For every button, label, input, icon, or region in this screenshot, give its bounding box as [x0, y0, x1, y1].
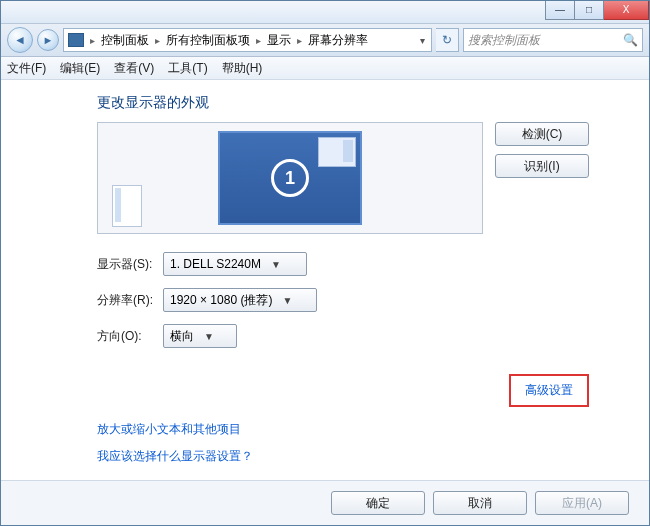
window-buttons: — □ X — [545, 1, 649, 23]
preview-side-buttons: 检测(C) 识别(I) — [495, 122, 589, 178]
monitor-number: 1 — [271, 159, 309, 197]
close-button[interactable]: X — [604, 1, 649, 20]
maximize-button[interactable]: □ — [575, 1, 604, 20]
titlebar: — □ X — [1, 1, 649, 24]
display-select-value: 1. DELL S2240M — [170, 257, 261, 271]
breadcrumb-resolution[interactable]: 屏幕分辨率 — [308, 32, 368, 49]
minimize-button[interactable]: — — [545, 1, 575, 20]
row-orientation: 方向(O): 横向 ▼ — [97, 324, 589, 348]
breadcrumb-all[interactable]: 所有控制面板项 — [166, 32, 250, 49]
ok-button[interactable]: 确定 — [331, 491, 425, 515]
resolution-select-value: 1920 × 1080 (推荐) — [170, 292, 272, 309]
control-panel-icon — [68, 33, 84, 47]
cancel-button[interactable]: 取消 — [433, 491, 527, 515]
desktop-thumb-icon — [318, 137, 356, 167]
detect-button[interactable]: 检测(C) — [495, 122, 589, 146]
preview-row: 1 检测(C) 识别(I) — [97, 122, 589, 234]
navbar: ◄ ► ▸ 控制面板 ▸ 所有控制面板项 ▸ 显示 ▸ 屏幕分辨率 ▾ ↻ 搜索… — [1, 24, 649, 57]
menubar: 文件(F) 编辑(E) 查看(V) 工具(T) 帮助(H) — [1, 57, 649, 80]
search-placeholder: 搜索控制面板 — [468, 32, 540, 49]
row-resolution: 分辨率(R): 1920 × 1080 (推荐) ▼ — [97, 288, 589, 312]
label-resolution: 分辨率(R): — [97, 292, 163, 309]
menu-view[interactable]: 查看(V) — [114, 60, 154, 77]
breadcrumb-display[interactable]: 显示 — [267, 32, 291, 49]
refresh-button[interactable]: ↻ — [436, 28, 459, 52]
chevron-down-icon: ▼ — [271, 259, 281, 270]
menu-edit[interactable]: 编辑(E) — [60, 60, 100, 77]
chevron-right-icon: ▸ — [254, 35, 263, 46]
search-icon: 🔍 — [623, 33, 638, 47]
nav-forward-button[interactable]: ► — [37, 29, 59, 51]
monitor-preview[interactable]: 1 — [97, 122, 483, 234]
row-display: 显示器(S): 1. DELL S2240M ▼ — [97, 252, 589, 276]
menu-tools[interactable]: 工具(T) — [168, 60, 207, 77]
orientation-select[interactable]: 横向 ▼ — [163, 324, 237, 348]
advanced-wrap: 高级设置 — [97, 374, 589, 407]
label-orientation: 方向(O): — [97, 328, 163, 345]
footer: 确定 取消 应用(A) — [1, 480, 649, 525]
orientation-select-value: 横向 — [170, 328, 194, 345]
chevron-down-icon: ▼ — [282, 295, 292, 306]
menu-help[interactable]: 帮助(H) — [222, 60, 263, 77]
label-display: 显示器(S): — [97, 256, 163, 273]
menu-file[interactable]: 文件(F) — [7, 60, 46, 77]
window: — □ X ◄ ► ▸ 控制面板 ▸ 所有控制面板项 ▸ 显示 ▸ 屏幕分辨率 … — [0, 0, 650, 526]
chevron-down-icon: ▼ — [204, 331, 214, 342]
secondary-panel-icon — [112, 185, 142, 227]
settings-form: 显示器(S): 1. DELL S2240M ▼ 分辨率(R): 1920 × … — [97, 252, 589, 348]
text-size-link[interactable]: 放大或缩小文本和其他项目 — [97, 421, 589, 438]
chevron-right-icon: ▸ — [88, 35, 97, 46]
help-links: 放大或缩小文本和其他项目 我应该选择什么显示器设置？ — [97, 421, 589, 465]
identify-button[interactable]: 识别(I) — [495, 154, 589, 178]
content-area: 更改显示器的外观 1 检测(C) 识别(I) 显示器(S): 1. DELL S… — [1, 80, 649, 480]
page-title: 更改显示器的外观 — [97, 94, 589, 112]
resolution-select[interactable]: 1920 × 1080 (推荐) ▼ — [163, 288, 317, 312]
address-dropdown-icon[interactable]: ▾ — [418, 35, 427, 46]
breadcrumb-root[interactable]: 控制面板 — [101, 32, 149, 49]
chevron-right-icon: ▸ — [153, 35, 162, 46]
address-bar[interactable]: ▸ 控制面板 ▸ 所有控制面板项 ▸ 显示 ▸ 屏幕分辨率 ▾ — [63, 28, 432, 52]
nav-back-button[interactable]: ◄ — [7, 27, 33, 53]
which-settings-link[interactable]: 我应该选择什么显示器设置？ — [97, 448, 589, 465]
monitor-1-icon[interactable]: 1 — [218, 131, 362, 225]
advanced-settings-link[interactable]: 高级设置 — [525, 383, 573, 397]
display-select[interactable]: 1. DELL S2240M ▼ — [163, 252, 307, 276]
advanced-highlight: 高级设置 — [509, 374, 589, 407]
apply-button[interactable]: 应用(A) — [535, 491, 629, 515]
search-input[interactable]: 搜索控制面板 🔍 — [463, 28, 643, 52]
chevron-right-icon: ▸ — [295, 35, 304, 46]
